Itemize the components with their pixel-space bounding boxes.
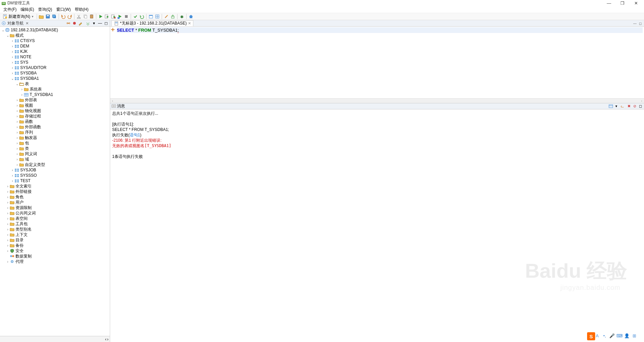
expand-icon[interactable]: › [6, 222, 9, 226]
tree-context[interactable]: ›上下文 [0, 232, 110, 237]
expand-icon[interactable]: › [11, 179, 14, 183]
save-all-icon[interactable] [51, 13, 57, 20]
view-mode-icon[interactable] [608, 104, 613, 109]
execute-icon[interactable] [98, 13, 104, 20]
minimize-editor-icon[interactable]: — [633, 21, 637, 26]
tree-synonyms[interactable]: ›同义词 [0, 151, 110, 157]
punct-icon[interactable]: •, [602, 333, 608, 339]
collapse-all-icon[interactable] [86, 21, 90, 26]
scroll-track[interactable] [115, 99, 639, 103]
export-icon[interactable] [170, 13, 176, 20]
tree-schema-sys[interactable]: ›SYS [0, 60, 110, 65]
edit-icon[interactable] [78, 21, 83, 26]
expand-icon[interactable]: › [15, 136, 19, 140]
expand-icon[interactable]: › [15, 158, 19, 161]
execute-plan-icon[interactable] [117, 13, 123, 20]
cat-icon[interactable]: ᓚ [620, 104, 624, 109]
tree-security[interactable]: ›安全 [0, 248, 110, 253]
link-icon[interactable] [66, 21, 71, 26]
tree-schema-note[interactable]: ›NOTE [0, 54, 110, 60]
tree-agent[interactable]: ›代理 [0, 259, 110, 264]
tree-custom-types[interactable]: ›自定义类型 [0, 162, 110, 167]
scroll-left-icon[interactable]: ‹ [110, 99, 115, 103]
expand-icon[interactable]: › [6, 206, 9, 210]
menu-edit[interactable]: 编辑(E) [19, 7, 36, 12]
tree-tool-packages[interactable]: ›工具包 [0, 221, 110, 227]
expand-icon[interactable]: › [11, 55, 14, 59]
tree-backup[interactable]: ›备份 [0, 243, 110, 248]
menu-file[interactable]: 文件(F) [1, 7, 19, 12]
keyboard-icon[interactable]: ⌨ [616, 333, 622, 339]
scroll-right-icon[interactable]: › [107, 337, 108, 342]
expand-icon[interactable]: › [6, 201, 9, 204]
tree-schema-syssso[interactable]: ›SYSSSO [0, 173, 110, 178]
menu-window[interactable]: 窗口(W) [54, 7, 73, 12]
pin-icon[interactable]: ⊘ [632, 104, 637, 109]
tree-materialized-views[interactable]: ›物化视图 [0, 108, 110, 113]
minimize-button[interactable]: — [602, 0, 616, 6]
tree-functions[interactable]: ›函数 [0, 119, 110, 124]
tree-tablespaces[interactable]: ›表空间 [0, 216, 110, 221]
close-button[interactable]: ✕ [629, 0, 643, 6]
expand-icon[interactable]: › [15, 114, 19, 118]
expand-icon[interactable]: › [15, 104, 19, 107]
filter-red-icon[interactable] [72, 21, 77, 26]
person-icon[interactable]: 👤 [624, 333, 630, 339]
debug-icon[interactable] [110, 13, 117, 20]
redo-icon[interactable] [67, 13, 73, 20]
expand-icon[interactable]: › [6, 244, 9, 247]
expand-icon[interactable]: › [11, 168, 14, 172]
execute-script-icon[interactable] [104, 13, 110, 20]
expand-icon[interactable]: › [11, 39, 14, 43]
tree-root[interactable]: ⌄ 192.168.2.31(DATABASE) [0, 27, 110, 33]
expand-icon[interactable]: ⌄ [11, 77, 14, 80]
stop-icon[interactable] [123, 13, 129, 20]
bug-icon[interactable] [179, 13, 185, 20]
expand-icon[interactable]: › [15, 98, 19, 102]
chevron-down-icon[interactable]: ▾ [614, 104, 619, 109]
expand-icon[interactable]: › [15, 131, 19, 134]
tree-external-tables[interactable]: ›外部表 [0, 97, 110, 103]
minimize-panel-icon[interactable]: — [98, 21, 102, 26]
tree-triggers[interactable]: ›触发器 [0, 135, 110, 140]
tree-domains[interactable]: ›域 [0, 157, 110, 162]
expand-icon[interactable]: › [15, 141, 19, 145]
tree-sequences[interactable]: ›序列 [0, 130, 110, 135]
expand-icon[interactable]: › [11, 66, 14, 70]
commit-icon[interactable] [132, 13, 138, 20]
maximize-editor-icon[interactable]: ◻ [638, 21, 643, 26]
tree-fulltext-index[interactable]: ›全文索引 [0, 183, 110, 189]
new-query-button[interactable]: 新建查询(N) ▼ [1, 13, 35, 20]
tree-directories[interactable]: ›目录 [0, 237, 110, 243]
tree-schema-sysdba[interactable]: ›SYSDBA [0, 70, 110, 76]
expand-icon[interactable]: › [11, 44, 14, 48]
menu-help[interactable]: 帮助(H) [73, 7, 91, 12]
rollback-icon[interactable] [139, 13, 145, 20]
open-icon[interactable] [38, 13, 44, 20]
expand-icon[interactable]: › [20, 93, 24, 97]
tree-table-t-sysdba1[interactable]: ›T_SYSDBA1 [0, 92, 110, 97]
mic-icon[interactable]: 🎤 [609, 333, 615, 339]
tree-type-aliases[interactable]: ›类型别名 [0, 227, 110, 232]
expand-icon[interactable]: ⌄ [6, 34, 9, 37]
expand-icon[interactable]: › [11, 61, 14, 64]
editor-body[interactable]: SELECT * FROM T_SYSDBA1; [110, 27, 644, 98]
expand-icon[interactable]: › [20, 88, 24, 91]
scroll-left-icon[interactable]: ‹ [105, 337, 106, 342]
tree-schema-sysauditor[interactable]: ›SYSAUDITOR [0, 65, 110, 70]
editor-hscroll[interactable]: ‹ › [110, 98, 644, 103]
expand-icon[interactable]: › [6, 260, 9, 264]
expand-icon[interactable]: › [15, 125, 19, 129]
expand-icon[interactable]: › [6, 184, 9, 188]
restore-panel-icon[interactable]: ◻ [104, 21, 108, 26]
wand-icon[interactable] [163, 13, 169, 20]
font-icon[interactable]: A [594, 333, 600, 339]
tree-tables-folder[interactable]: ⌄表 [0, 81, 110, 87]
apps-icon[interactable]: ⊞ [631, 333, 637, 339]
expand-icon[interactable]: › [6, 190, 9, 194]
expand-icon[interactable]: › [6, 249, 9, 253]
object-tree[interactable]: ⌄ 192.168.2.31(DATABASE) ⌄ 模式 ›CTISYS ›D… [0, 27, 110, 336]
tree-schema-dem[interactable]: ›DEM [0, 43, 110, 49]
cut-icon[interactable] [76, 13, 82, 20]
copy-icon[interactable] [82, 13, 88, 20]
